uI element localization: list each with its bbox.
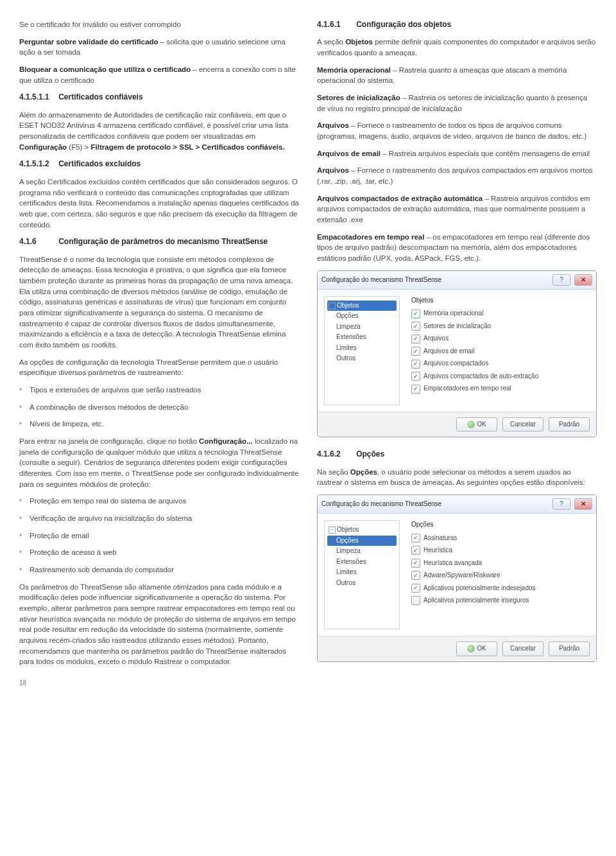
checkbox-row: ✓Assinaturas (411, 534, 590, 543)
threatsense-dialog-options: Configuração do mecanismo ThreatSense?✕−… (317, 494, 597, 662)
checkbox[interactable] (411, 596, 420, 605)
cancel-button[interactable]: Cancelar (502, 642, 543, 656)
group-label: Opções (411, 520, 590, 530)
tree-item-limites[interactable]: Limites (327, 567, 397, 578)
def-rt-b: Empacotadores em tempo real (317, 233, 424, 241)
tree-toggle-icon[interactable]: − (329, 302, 336, 310)
page-number: 18 (19, 679, 299, 688)
right-p1b: Objetos (345, 38, 373, 46)
heading-4162: 4.1.6.2 Opções (317, 449, 597, 460)
checkbox-row: ✓Aplicativos potencialmente indesejados (411, 584, 590, 593)
left-p3-bold: Bloquear a comunicação que utiliza o cer… (19, 66, 191, 73)
heading-4161-title: Configuração dos objetos (356, 20, 451, 29)
left-p4c: (F5) > (67, 143, 90, 151)
def-mem-b: Memória operacional (317, 66, 391, 74)
default-button-label: Padrão (559, 420, 579, 430)
dialog-footer: OKCancelarPadrão (318, 636, 596, 661)
left-p9: Os parâmetros do ThreatSense são altamen… (19, 582, 299, 667)
checkbox[interactable]: ✓ (411, 546, 420, 555)
heading-41512-num: 4.1.5.1.2 (19, 159, 56, 170)
tree-item-opções[interactable]: Opções (327, 311, 397, 322)
checkbox-row: Aplicativos potencialmente inseguros (411, 596, 590, 606)
tree-item-objetos[interactable]: − Objetos (327, 301, 397, 311)
checkbox[interactable]: ✓ (411, 559, 420, 568)
left-p8b: Configuração... (199, 437, 253, 445)
checkbox-label: Empacotadores em tempo real (424, 384, 511, 394)
dialog-title-buttons: ?✕ (552, 498, 592, 510)
tree-item-extensões[interactable]: Extensões (327, 332, 397, 343)
checkbox-label: Memória operacional (424, 309, 483, 319)
def-arq2-r: – Fornece o rastreamento dos arquivos co… (317, 166, 593, 185)
checkbox[interactable]: ✓ (411, 310, 420, 319)
checkbox-label: Aplicativos potencialmente indesejados (424, 584, 536, 593)
help-button[interactable]: ? (552, 274, 570, 286)
list-item: Verificação de arquivo na inicialização … (19, 513, 299, 524)
dialog-title-buttons: ?✕ (552, 274, 592, 286)
list-item: Rastreamento sob demanda do computador (19, 564, 299, 575)
tree-item-limpeza[interactable]: Limpeza (327, 322, 397, 333)
tree-item-limpeza[interactable]: Limpeza (327, 546, 397, 557)
dialog-footer: OKCancelarPadrão (318, 412, 596, 437)
close-button[interactable]: ✕ (574, 498, 592, 510)
tree-item-label: Extensões (336, 557, 366, 567)
tree-item-extensões[interactable]: Extensões (327, 557, 397, 568)
ok-icon (467, 645, 475, 652)
checkbox[interactable]: ✓ (411, 335, 420, 344)
right-p2a: Na seção (317, 468, 350, 476)
tree-item-outros[interactable]: Outros (327, 353, 397, 364)
tree-item-opções[interactable]: Opções (327, 536, 397, 546)
right-p2: Na seção Opções, o usuário pode selecion… (317, 467, 597, 488)
right-p1a: A seção (317, 38, 345, 46)
list-item: A combinação de diversos métodos de dete… (19, 402, 299, 413)
tree-item-label: Opções (336, 311, 358, 321)
heading-4162-title: Opções (356, 450, 384, 459)
checkbox-row: ✓Arquivos (411, 334, 590, 344)
checkbox[interactable]: ✓ (411, 534, 420, 543)
checkbox-label: Heurística (424, 546, 452, 555)
left-p5: A seção Certificados excluídos contém ce… (19, 177, 299, 230)
def-em-r: – Rastreia arquivos especiais que contêm… (381, 150, 590, 157)
tree-item-label: Outros (336, 579, 355, 588)
def-rt: Empacotadores em tempo real – os empacot… (317, 232, 597, 264)
checkbox[interactable]: ✓ (411, 385, 420, 394)
ok-button[interactable]: OK (456, 642, 497, 656)
tree-item-limites[interactable]: Limites (327, 343, 397, 354)
checkbox-row: ✓Arquivos compactados (411, 359, 590, 369)
default-button[interactable]: Padrão (549, 417, 590, 432)
help-button[interactable]: ? (552, 498, 570, 510)
checkbox[interactable]: ✓ (411, 372, 420, 381)
checkbox[interactable]: ✓ (411, 322, 420, 331)
default-button-label: Padrão (559, 644, 579, 654)
heading-41512-title: Certificados excluídos (58, 159, 141, 168)
checkbox-row: ✓Heurística avançada (411, 559, 590, 568)
tree-item-outros[interactable]: Outros (327, 578, 397, 589)
tree-item-label: Extensões (336, 333, 366, 342)
tree-item-label: Limpeza (336, 322, 361, 332)
tree-item-label: Objetos (337, 301, 359, 311)
def-auto: Arquivos compactados de extração automát… (317, 193, 597, 225)
checkbox-row: ✓Arquivos compactados de auto-extração (411, 372, 590, 381)
list-item: Proteção em tempo real do sistema de arq… (19, 496, 299, 507)
def-set-b: Setores de inicialização (317, 94, 400, 101)
tree-item-objetos[interactable]: − Objetos (327, 525, 397, 536)
checkbox[interactable]: ✓ (411, 360, 420, 369)
close-button[interactable]: ✕ (574, 274, 592, 286)
left-p4d: Filtragem de protocolo > SSL > Certifica… (91, 143, 285, 151)
checkbox-row: ✓Heurística (411, 546, 590, 555)
checkbox-label: Aplicativos potencialmente inseguros (424, 596, 529, 606)
def-arq2: Arquivos – Fornece o rastreamento dos ar… (317, 165, 597, 186)
dialog-tree: − ObjetosOpçõesLimpezaExtensõesLimitesOu… (324, 296, 400, 405)
default-button[interactable]: Padrão (549, 642, 590, 656)
def-arq-r: – Fornece o rastreamento de todos os tip… (317, 121, 586, 140)
dialog-tree: − ObjetosOpçõesLimpezaExtensõesLimitesOu… (324, 520, 400, 629)
cancel-button[interactable]: Cancelar (502, 417, 543, 432)
heading-41511-num: 4.1.5.1.1 (19, 92, 56, 103)
checkbox[interactable]: ✓ (411, 347, 420, 356)
checkbox-label: Arquivos compactados de auto-extração (424, 372, 538, 381)
tree-toggle-icon[interactable]: − (329, 527, 336, 534)
checkbox[interactable]: ✓ (411, 584, 420, 593)
tree-item-label: Outros (336, 354, 355, 363)
dialog-title-text: Configuração do mecanismo ThreatSense (321, 500, 441, 509)
ok-button[interactable]: OK (456, 417, 497, 432)
checkbox[interactable]: ✓ (411, 571, 420, 580)
